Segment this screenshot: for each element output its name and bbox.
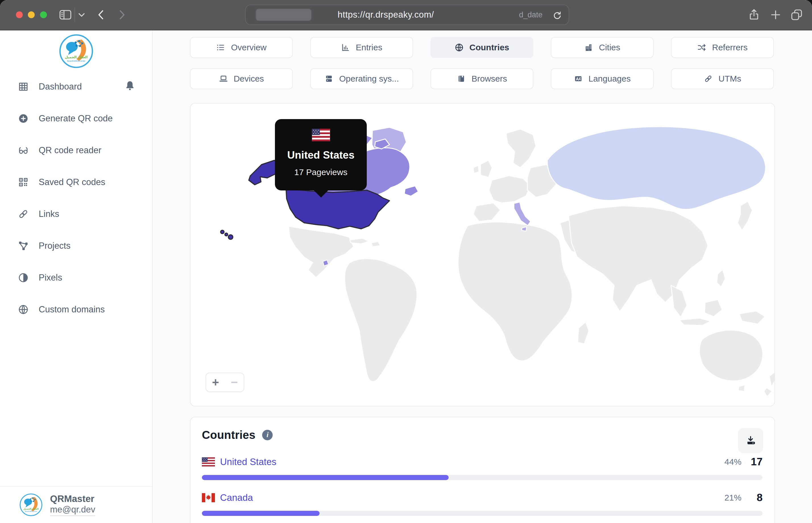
building-icon [584,43,593,52]
tab-label: Countries [469,43,509,52]
country-percent: 44% [724,457,741,467]
sidebar-item-links[interactable]: Links [0,198,152,230]
sidebar-item-saved-qr[interactable]: Saved QR codes [0,166,152,198]
sidebar-nav: Dashboard Generate QR code [0,71,152,325]
shuffle-icon [697,43,706,52]
reload-icon[interactable] [552,10,562,20]
traffic-zoom-button[interactable] [40,11,47,18]
sidebar-item-qr-reader[interactable]: QR code reader [0,134,152,166]
tab-overview-icon[interactable] [790,8,804,22]
qr-code-icon [18,177,29,188]
us-flag-icon [202,457,215,466]
progress-fill [202,511,320,516]
new-tab-icon[interactable] [769,8,782,22]
sidebar-item-label: Saved QR codes [39,177,105,187]
tab-label: UTMs [719,74,741,84]
sidebar-item-generate-qr[interactable]: Generate QR code [0,103,152,134]
progress-track [202,475,762,480]
globe-icon [455,43,464,52]
back-button-icon[interactable] [94,8,108,22]
country-link[interactable]: Canada [220,492,253,503]
sidebar-item-dashboard[interactable]: Dashboard [0,71,152,103]
url-text[interactable]: https://qr.drspeaky.com/ [246,5,526,24]
tab-overview[interactable]: Overview [190,37,293,58]
world-map-card: United States 17 Pageviews + − [190,103,775,407]
link-icon [18,208,29,220]
user-account[interactable]: QRMaster me@qr.dev [0,486,152,523]
sidebar-item-custom-domains[interactable]: Custom domains [0,294,152,325]
country-row-united-states: United States 44% 17 [202,454,762,480]
traffic-close-button[interactable] [16,11,23,18]
sidebar: Dashboard Generate QR code [0,31,153,523]
tab-label: Operating sys... [339,74,399,84]
tab-browsers[interactable]: Browsers [430,68,534,89]
progress-fill [202,475,449,480]
tab-cities[interactable]: Cities [551,37,654,58]
tab-countries[interactable]: Countries [430,37,534,58]
half-circle-icon [18,272,29,283]
sidebar-item-label: QR code reader [39,145,102,156]
country-link[interactable]: United States [220,456,276,467]
country-percent: 21% [724,493,741,503]
info-icon[interactable]: i [262,430,273,440]
browser-window: https://qr.drspeaky.com/ d_date [0,0,812,523]
traffic-minimize-button[interactable] [28,11,35,18]
zoom-out-button[interactable]: − [231,376,238,388]
download-button[interactable] [738,428,763,453]
tab-languages[interactable]: Languages [551,68,654,89]
share-icon[interactable] [747,8,761,22]
sidebar-item-label: Links [39,209,59,219]
url-badge: d_date [519,5,542,24]
list-icon [216,43,225,52]
tooltip-country: United States [275,149,367,161]
glasses-icon [18,145,29,156]
tab-label: Languages [589,74,631,84]
zoom-in-button[interactable]: + [212,376,219,388]
browser-chrome: https://qr.drspeaky.com/ d_date [0,0,812,31]
brand-logo [0,31,152,69]
countries-panel: Countries i United States [190,417,775,523]
download-icon [745,435,756,446]
url-bar[interactable]: https://qr.drspeaky.com/ d_date [245,4,569,25]
tab-label: Cities [599,43,620,52]
tab-label: Referrers [712,43,747,52]
countries-title: Countries [202,429,255,441]
browser-book-icon [457,74,466,83]
tab-utms[interactable]: UTMs [671,68,774,89]
link-icon [704,74,713,83]
laptop-icon [219,74,228,83]
tab-label: Devices [234,74,264,84]
sidebar-item-pixels[interactable]: Pixels [0,262,152,294]
tab-operating-systems[interactable]: Operating sys... [310,68,413,89]
server-stack-icon [324,74,333,83]
sidebar-item-label: Custom domains [39,304,105,315]
country-row-canada: Canada 21% 8 [202,490,762,516]
globe-icon [18,304,29,315]
progress-track [202,511,762,516]
sidebar-item-label: Pixels [39,273,62,283]
chevron-down-icon[interactable] [77,11,87,19]
tab-entries[interactable]: Entries [310,37,413,58]
ca-flag-icon [202,493,215,502]
bell-icon [124,80,136,91]
tab-label: Entries [356,43,382,52]
sidebar-item-label: Generate QR code [39,113,113,124]
notifications-bell[interactable] [124,80,136,93]
user-email: me@qr.dev [50,504,95,516]
tab-label: Browsers [471,74,507,84]
bar-chart-icon [341,43,350,52]
map-tooltip: United States 17 Pageviews [275,119,367,191]
dashboard-grid-icon [18,81,29,92]
sidebar-item-label: Dashboard [39,82,82,92]
tab-devices[interactable]: Devices [190,68,293,89]
chrome-divider [74,7,75,22]
tooltip-pageviews: 17 Pageviews [275,167,367,177]
sidebar-item-projects[interactable]: Projects [0,230,152,262]
tab-referrers[interactable]: Referrers [671,37,774,58]
tab-label: Overview [231,43,266,52]
sidebar-toggle-icon[interactable] [58,8,72,22]
avatar [19,493,43,517]
user-name: QRMaster [50,493,95,504]
forward-button-icon [115,8,128,22]
map-country-russia[interactable] [547,127,766,210]
